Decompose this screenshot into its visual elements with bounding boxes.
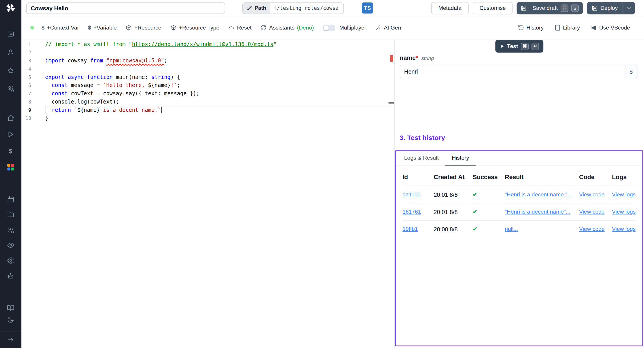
groups-icon[interactable]	[7, 226, 14, 234]
add-resource-type-button[interactable]: +Resource Type	[170, 24, 219, 31]
view-code-link[interactable]: View code	[579, 226, 612, 232]
run-id-link[interactable]: 19ffb1	[402, 226, 434, 232]
book-icon	[554, 24, 560, 31]
deploy-icon	[592, 5, 598, 11]
add-resource-button[interactable]: +Resource	[126, 24, 161, 31]
refresh-icon	[260, 24, 267, 31]
profile-icon[interactable]	[7, 48, 14, 56]
dollar-icon: $	[88, 24, 91, 31]
name-field-input[interactable]	[400, 65, 625, 78]
history-table-body: da110020:01 8/8✔"Henri is a decent name.…	[402, 186, 636, 237]
success-check-icon: ✔	[473, 226, 505, 232]
overview-ruler	[389, 39, 394, 348]
history-row: 19ffb120:00 8/8✔null...View codeView log…	[402, 220, 636, 237]
preview-panel: Test ⌘ ↵ name* string $ 3. Test history …	[394, 39, 644, 348]
runs-icon[interactable]	[7, 130, 14, 138]
wand-icon	[375, 24, 382, 31]
deploy-button[interactable]: Deploy	[587, 2, 623, 14]
history-table: IdCreated AtSuccessResultCodeLogs da1100…	[396, 166, 642, 238]
workers-icon[interactable]	[7, 272, 14, 280]
metadata-button[interactable]: Metadata	[431, 2, 468, 14]
reset-button[interactable]: Reset	[228, 24, 252, 31]
result-link[interactable]: "Henri is a decent name."...	[505, 192, 579, 198]
assistants-lang: (Deno)	[297, 24, 314, 31]
kbd-cmd: ⌘	[560, 4, 568, 12]
code-editor[interactable]: 12345678910 // import * as wmill from "h…	[22, 39, 394, 348]
view-code-link[interactable]: View code	[579, 192, 612, 198]
expand-sidebar-icon[interactable]	[7, 336, 14, 343]
view-code-link[interactable]: View code	[579, 209, 612, 215]
code-line: }	[45, 114, 394, 122]
add-variable-button[interactable]: $ +Variable	[88, 24, 117, 31]
result-link[interactable]: "Henri is a decent name"...	[505, 209, 579, 215]
assistants-button[interactable]: Assistants (Deno)	[260, 24, 314, 31]
editor-code[interactable]: // import * as wmill from "https://deno.…	[32, 39, 394, 348]
script-name-input[interactable]	[26, 2, 225, 14]
code-line: console.log(cowText);	[45, 98, 394, 106]
view-logs-link[interactable]: View logs	[612, 209, 636, 215]
typescript-badge: TS	[362, 2, 373, 14]
history-row: da110020:01 8/8✔"Henri is a decent name.…	[402, 186, 636, 203]
run-id-link[interactable]: da1100	[402, 192, 434, 198]
customise-button[interactable]: Customise	[472, 2, 513, 14]
editor-toolbar: $ +Context Var $ +Variable +Resource +Re…	[22, 16, 644, 39]
package-icon	[126, 24, 132, 31]
sidebar: $	[0, 0, 22, 348]
apps-icon[interactable]	[7, 30, 14, 38]
text-cursor	[161, 107, 162, 113]
save-draft-button[interactable]: Save draft ⌘ S	[517, 2, 583, 14]
success-check-icon: ✔	[473, 209, 505, 215]
windmill-logo[interactable]	[5, 3, 16, 14]
tab-history[interactable]: History	[445, 151, 476, 166]
variables-icon[interactable]: $	[7, 147, 14, 154]
play-icon	[500, 44, 504, 48]
result-link[interactable]: null...	[505, 226, 579, 232]
members-icon[interactable]	[7, 85, 14, 92]
multiplayer-label: Multiplayer	[340, 24, 366, 31]
variable-picker-button[interactable]: $	[625, 65, 637, 78]
dark-mode-icon[interactable]	[7, 316, 14, 323]
add-context-var-button[interactable]: $ +Context Var	[42, 24, 79, 31]
code-line	[45, 65, 394, 73]
line-number: 4	[22, 65, 32, 73]
test-history-heading: 3. Test history	[400, 134, 445, 142]
home-icon[interactable]	[7, 114, 14, 122]
view-logs-link[interactable]: View logs	[612, 226, 636, 232]
ai-gen-button[interactable]: AI Gen	[375, 24, 401, 31]
line-number: 7	[22, 90, 32, 98]
tab-logs-result[interactable]: Logs & Result	[398, 151, 445, 166]
history-icon	[518, 24, 524, 31]
code-line: // import * as wmill from "https://deno.…	[45, 40, 394, 48]
audit-logs-icon[interactable]	[7, 242, 14, 249]
column-header: Created At	[434, 173, 473, 180]
multiplayer-toggle[interactable]	[323, 24, 335, 31]
path-button[interactable]: Path	[242, 3, 270, 14]
success-check-icon: ✔	[473, 192, 505, 198]
sidebar-divider	[0, 331, 22, 332]
line-number: 6	[22, 82, 32, 90]
test-button[interactable]: Test ⌘ ↵	[495, 40, 544, 52]
deploy-dropdown-button[interactable]	[622, 2, 635, 14]
deploy-label: Deploy	[600, 5, 618, 11]
editor-gutter: 12345678910	[22, 39, 32, 348]
code-line: export async function main(name: string)…	[45, 73, 394, 82]
settings-icon[interactable]	[7, 257, 14, 264]
column-header: Logs	[612, 173, 636, 180]
folders-icon[interactable]	[7, 211, 14, 218]
save-icon	[521, 5, 527, 11]
code-line: import cowsay from "npm:cowsay@1.5.0";	[45, 56, 394, 65]
schedules-icon[interactable]	[7, 196, 14, 203]
use-vscode-button[interactable]: Use VScode	[590, 24, 630, 31]
library-button[interactable]: Library	[554, 24, 580, 31]
view-logs-link[interactable]: View logs	[612, 192, 636, 198]
line-number: 2	[22, 48, 32, 57]
created-at-value: 20:01 8/8	[434, 191, 473, 198]
favorites-icon[interactable]	[7, 67, 14, 74]
argument-field: name* string $	[400, 54, 637, 78]
history-button[interactable]: History	[518, 24, 544, 31]
path-group: Path	[242, 2, 344, 14]
run-id-link[interactable]: 161761	[402, 209, 434, 215]
path-input[interactable]	[270, 3, 344, 14]
resources-icon[interactable]	[7, 164, 14, 171]
docs-icon[interactable]	[7, 304, 14, 312]
